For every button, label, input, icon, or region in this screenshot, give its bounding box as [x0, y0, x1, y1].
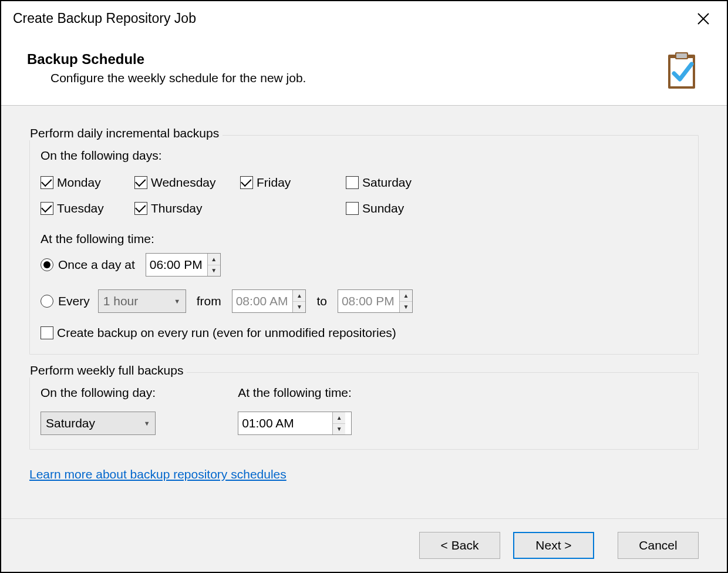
- chevron-down-icon: ▼: [139, 412, 155, 434]
- day-label: Thursday: [151, 201, 203, 215]
- close-icon: [697, 12, 710, 25]
- clipboard-check-icon: [665, 51, 699, 91]
- day-checkbox-thursday[interactable]: [134, 202, 147, 215]
- once-time-input[interactable]: 06:00 PM ▲ ▼: [146, 253, 221, 277]
- from-time-input[interactable]: 08:00 AM ▲ ▼: [232, 289, 306, 313]
- full-day-col: On the following day: Saturday ▼: [41, 386, 156, 435]
- full-day-label: On the following day:: [41, 386, 156, 400]
- force-backup-label: Create backup on every run (even for unm…: [57, 326, 396, 340]
- titlebar: Create Backup Repository Job: [1, 1, 727, 33]
- spinner-up-icon[interactable]: ▲: [293, 290, 305, 302]
- interval-select[interactable]: 1 hour ▼: [98, 289, 186, 313]
- full-time-col: At the following time: 01:00 AM ▲ ▼: [238, 386, 352, 435]
- full-day-select[interactable]: Saturday ▼: [41, 412, 156, 435]
- day-label: Sunday: [362, 201, 404, 215]
- spinner-up-icon[interactable]: ▲: [333, 412, 345, 424]
- time-label: At the following time:: [41, 232, 687, 246]
- day-cell: Friday: [240, 170, 346, 196]
- full-time-input[interactable]: 01:00 AM ▲ ▼: [238, 412, 352, 435]
- window-title: Create Backup Repository Job: [13, 11, 692, 26]
- day-label: Wednesday: [151, 176, 216, 190]
- full-time-value: 01:00 AM: [238, 412, 332, 434]
- full-day-value: Saturday: [41, 412, 139, 434]
- help-link[interactable]: Learn more about backup repository sched…: [29, 467, 287, 481]
- page-title: Backup Schedule: [27, 51, 665, 68]
- full-fieldset: Perform weekly full backups On the follo…: [29, 372, 699, 450]
- full-legend: Perform weekly full backups: [26, 363, 187, 377]
- to-time-input[interactable]: 08:00 PM ▲ ▼: [338, 289, 413, 313]
- wizard-footer: < Back Next > Cancel: [1, 518, 727, 572]
- chevron-down-icon: ▼: [169, 290, 186, 312]
- every-radio[interactable]: [41, 295, 53, 308]
- day-cell: [240, 196, 346, 221]
- day-cell: Saturday: [346, 170, 446, 196]
- day-checkbox-saturday[interactable]: [346, 176, 359, 189]
- every-row: Every 1 hour ▼ from 08:00 AM ▲ ▼ to 08:0…: [41, 289, 687, 313]
- day-checkbox-friday[interactable]: [240, 176, 253, 189]
- day-checkbox-sunday[interactable]: [346, 202, 359, 215]
- force-backup-row: Create backup on every run (even for unm…: [41, 326, 687, 340]
- once-time-value: 06:00 PM: [146, 254, 207, 276]
- from-time-value: 08:00 AM: [232, 290, 293, 312]
- wizard-header: Backup Schedule Configure the weekly sch…: [1, 33, 727, 106]
- from-time-spinner[interactable]: ▲ ▼: [292, 290, 305, 312]
- spinner-down-icon[interactable]: ▼: [333, 424, 345, 435]
- close-button[interactable]: [692, 7, 715, 31]
- incremental-fieldset: Perform daily incremental backups On the…: [29, 135, 699, 355]
- from-label: from: [197, 294, 221, 308]
- spinner-down-icon[interactable]: ▼: [293, 302, 305, 313]
- days-label: On the following days:: [41, 149, 687, 163]
- day-label: Saturday: [362, 176, 412, 190]
- once-a-day-row: Once a day at 06:00 PM ▲ ▼: [41, 253, 687, 277]
- header-text: Backup Schedule Configure the weekly sch…: [27, 51, 665, 85]
- once-label: Once a day at: [58, 258, 135, 272]
- interval-value: 1 hour: [99, 290, 169, 312]
- full-time-label: At the following time:: [238, 386, 352, 400]
- wizard-body: Perform daily incremental backups On the…: [1, 106, 727, 518]
- day-label: Friday: [257, 176, 291, 190]
- day-label: Monday: [57, 176, 101, 190]
- spinner-down-icon[interactable]: ▼: [400, 302, 412, 313]
- day-cell: Monday: [41, 170, 134, 196]
- day-cell: Thursday: [134, 196, 240, 221]
- back-button[interactable]: < Back: [419, 532, 500, 559]
- day-checkbox-wednesday[interactable]: [134, 176, 147, 189]
- spinner-down-icon[interactable]: ▼: [208, 265, 220, 277]
- dialog-window: Create Backup Repository Job Backup Sche…: [0, 0, 728, 573]
- spinner-up-icon[interactable]: ▲: [400, 290, 412, 302]
- day-checkbox-tuesday[interactable]: [41, 202, 53, 215]
- force-backup-checkbox[interactable]: [41, 326, 53, 339]
- once-time-spinner[interactable]: ▲ ▼: [207, 254, 220, 276]
- days-grid: MondayWednesdayFridaySaturdayTuesdayThur…: [41, 170, 687, 221]
- day-cell: Sunday: [346, 196, 446, 221]
- to-time-spinner[interactable]: ▲ ▼: [399, 290, 412, 312]
- page-subtitle: Configure the weekly schedule for the ne…: [50, 71, 665, 85]
- next-button[interactable]: Next >: [513, 532, 594, 559]
- day-label: Tuesday: [57, 201, 104, 215]
- full-columns: On the following day: Saturday ▼ At the …: [41, 386, 687, 435]
- to-label: to: [316, 294, 327, 308]
- day-cell: Tuesday: [41, 196, 134, 221]
- day-checkbox-monday[interactable]: [41, 176, 53, 189]
- svg-rect-5: [676, 53, 687, 58]
- full-time-spinner[interactable]: ▲ ▼: [332, 412, 345, 434]
- incremental-legend: Perform daily incremental backups: [26, 126, 223, 140]
- to-time-value: 08:00 PM: [338, 290, 399, 312]
- spinner-up-icon[interactable]: ▲: [208, 254, 220, 265]
- every-label: Every: [58, 294, 90, 308]
- cancel-button[interactable]: Cancel: [618, 532, 699, 559]
- day-cell: Wednesday: [134, 170, 240, 196]
- once-radio[interactable]: [41, 258, 53, 271]
